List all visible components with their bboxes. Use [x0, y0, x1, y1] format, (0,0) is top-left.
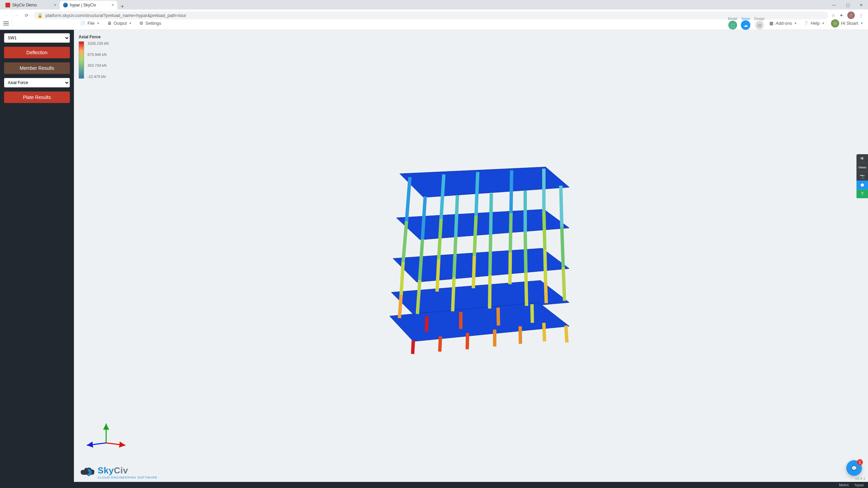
- results-sidebar: SW1 Deflection Member Results Axial Forc…: [0, 30, 74, 482]
- reload-icon[interactable]: ⟳: [23, 13, 30, 18]
- help-float-button[interactable]: ?: [856, 189, 868, 198]
- deflection-button[interactable]: Deflection: [4, 47, 70, 58]
- svg-line-31: [526, 273, 527, 306]
- logo-wordmark: SkyCiv: [98, 465, 128, 475]
- help-icon: ❔: [803, 21, 809, 26]
- grid-icon: ▦: [769, 21, 773, 26]
- svg-line-34: [417, 280, 420, 314]
- orientation-triad-icon: [84, 421, 128, 451]
- legend-value: 333.734 kN: [87, 63, 108, 67]
- legend-labels: 1026.159 kN 679.946 kN 333.734 kN -12.47…: [87, 41, 108, 79]
- browser-tab-1[interactable]: hypar | SkyCiv ×: [60, 1, 117, 9]
- legend-value: 679.946 kN: [87, 53, 108, 57]
- stage-design[interactable]: Design▤: [754, 17, 765, 29]
- user-menu[interactable]: Hi Stuart▼: [831, 19, 864, 27]
- extension-icons: ☆ ✦ ⋮: [831, 12, 865, 19]
- svg-line-21: [525, 233, 526, 273]
- app-body: SW1 Deflection Member Results Axial Forc…: [0, 30, 868, 482]
- legend-gradient: [79, 41, 84, 79]
- svg-line-13: [456, 195, 457, 238]
- version-label: v4.9.1: [855, 476, 865, 481]
- logo-tagline: CLOUD ENGINEERING SOFTWARE: [98, 476, 157, 479]
- visibility-button[interactable]: 👁: [856, 154, 868, 163]
- svg-line-39: [467, 333, 468, 349]
- member-results-button[interactable]: Member Results: [4, 62, 70, 74]
- eye-icon: 👁: [860, 156, 864, 161]
- cube-icon: ⬢: [861, 183, 864, 187]
- svg-line-16: [439, 219, 441, 259]
- file-menu[interactable]: 📄File▼: [80, 21, 100, 26]
- cloud-logo-icon: [80, 467, 95, 478]
- user-greeting: Hi Stuart: [841, 21, 859, 26]
- settings-menu[interactable]: ⚙Settings: [139, 21, 161, 26]
- lock-icon: 🔒: [37, 13, 43, 18]
- legend-title: Axial Force: [79, 35, 108, 39]
- svg-line-42: [544, 323, 545, 342]
- screenshot-button[interactable]: 📷: [856, 172, 868, 181]
- svg-line-19: [544, 211, 545, 250]
- project-label[interactable]: hypar: [854, 483, 864, 487]
- hamburger-icon: [3, 23, 9, 24]
- chevron-down-icon: ▼: [129, 22, 132, 25]
- svg-line-30: [563, 267, 565, 301]
- svg-line-18: [510, 213, 511, 252]
- stage-model[interactable]: Model⬚: [728, 17, 737, 29]
- close-icon[interactable]: ×: [54, 3, 56, 7]
- browser-chrome: SkyCiv Demo × hypar | SkyCiv × + — ▢ ✕ ←…: [0, 0, 868, 17]
- svg-line-35: [399, 295, 401, 318]
- svg-line-37: [413, 341, 413, 354]
- legend-value: -12.479 kN: [87, 75, 108, 79]
- kebab-menu-icon[interactable]: ⋮: [859, 13, 863, 18]
- svg-line-41: [520, 326, 520, 344]
- output-menu[interactable]: 🖥Output▼: [107, 21, 132, 26]
- plate-results-button[interactable]: Plate Results: [4, 92, 70, 103]
- addons-menu[interactable]: ▦Add-ons▼: [769, 21, 797, 26]
- svg-line-27: [473, 256, 474, 288]
- load-case-select[interactable]: SW1: [4, 33, 70, 43]
- new-tab-button[interactable]: +: [117, 3, 127, 9]
- svg-line-33: [453, 277, 454, 311]
- maximize-icon[interactable]: ▢: [841, 1, 854, 9]
- forward-icon[interactable]: →: [13, 13, 20, 18]
- model-icon: ⬚: [728, 21, 737, 29]
- svg-line-47: [532, 304, 532, 323]
- chevron-down-icon: ▼: [794, 22, 797, 25]
- svg-line-50: [87, 443, 106, 445]
- browser-tab-0[interactable]: SkyCiv Demo ×: [2, 1, 60, 9]
- chat-button[interactable]: 💬 1: [846, 460, 862, 476]
- help-menu[interactable]: ❔Help▼: [803, 21, 825, 26]
- addons-label: Add-ons: [775, 21, 792, 26]
- document-icon: ▤: [755, 21, 764, 29]
- svg-line-28: [510, 252, 510, 284]
- star-icon[interactable]: ☆: [831, 13, 835, 18]
- extensions-icon[interactable]: ✦: [840, 13, 843, 18]
- svg-line-23: [454, 238, 456, 277]
- viewport-3d[interactable]: Axial Force 1026.159 kN 679.946 kN 333.7…: [74, 30, 868, 482]
- close-icon[interactable]: ×: [112, 3, 114, 7]
- svg-line-8: [511, 170, 512, 213]
- floating-toolbar: 👁 Views 📷 ⬢ ?: [856, 154, 868, 198]
- url-field[interactable]: 🔒 platform.skyciv.com/structural?preload…: [33, 12, 828, 19]
- avatar-icon: [831, 19, 839, 27]
- stage-solve[interactable]: Solve☁: [741, 17, 750, 29]
- svg-line-7: [476, 172, 478, 216]
- file-label: File: [87, 21, 95, 26]
- color-legend: Axial Force 1026.159 kN 679.946 kN 333.7…: [79, 35, 108, 79]
- tab-strip: SkyCiv Demo × hypar | SkyCiv × + — ▢ ✕: [0, 0, 868, 9]
- window-controls: — ▢ ✕: [827, 1, 868, 9]
- profile-avatar-icon[interactable]: [847, 12, 855, 19]
- chevron-down-icon: ▼: [860, 22, 863, 25]
- status-bar: Metric hypar: [0, 482, 868, 488]
- minimize-icon[interactable]: —: [827, 1, 841, 9]
- svg-line-29: [545, 250, 546, 282]
- views-button[interactable]: Views: [856, 163, 868, 172]
- hamburger-button[interactable]: [0, 17, 12, 29]
- svg-line-44: [427, 316, 427, 332]
- result-type-select[interactable]: Axial Force: [4, 78, 70, 87]
- units-label[interactable]: Metric: [839, 483, 849, 487]
- help-label: Help: [811, 21, 820, 26]
- svg-line-46: [498, 308, 498, 326]
- render-mode-button[interactable]: ⬢: [856, 181, 868, 189]
- svg-line-17: [474, 216, 476, 256]
- close-window-icon[interactable]: ✕: [854, 1, 868, 9]
